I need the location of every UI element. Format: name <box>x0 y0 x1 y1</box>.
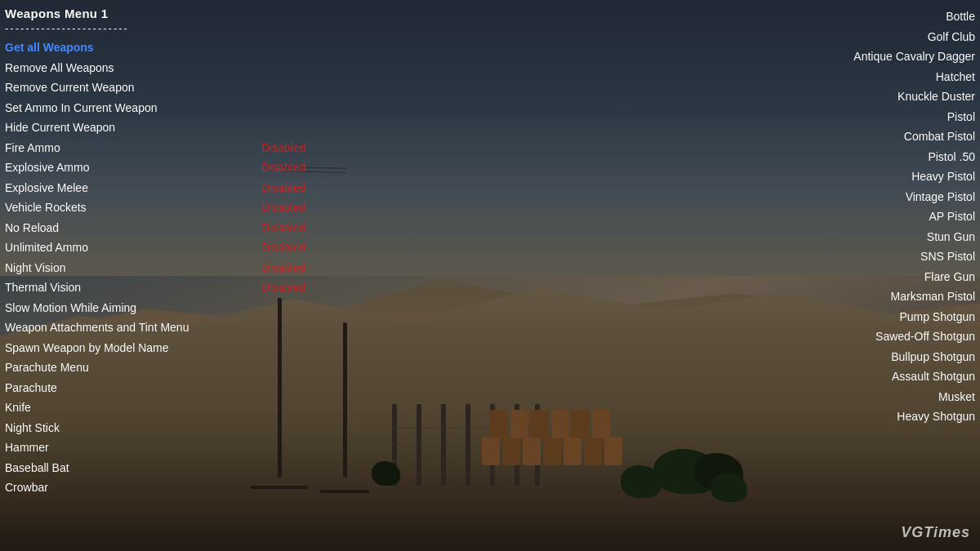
left-menu-item-19[interactable]: Night Stick <box>5 418 343 438</box>
right-menu-item-14[interactable]: Marksman Pistol <box>751 287 975 307</box>
right-menu-item-6[interactable]: Combat Pistol <box>751 127 975 147</box>
menu-item-label: SNS Pistol <box>920 247 975 267</box>
right-menu-item-4[interactable]: Knuckle Duster <box>751 87 975 107</box>
menu-item-label: Night Stick <box>5 418 60 438</box>
right-menu-item-8[interactable]: Heavy Pistol <box>751 167 975 187</box>
right-menu-item-0[interactable]: Bottle <box>751 7 975 27</box>
menu-item-label: Knife <box>5 398 31 418</box>
left-menu-item-5[interactable]: Fire AmmoDisabled <box>5 138 343 158</box>
menu-item-label: Hammer <box>5 438 49 458</box>
right-menu-item-3[interactable]: Hatchet <box>751 67 975 87</box>
menu-item-label: Set Ammo In Current Weapon <box>5 98 158 118</box>
left-menu-items: Get all WeaponsRemove All WeaponsRemove … <box>5 38 343 498</box>
left-menu-item-21[interactable]: Baseball Bat <box>5 458 343 478</box>
menu-title: Weapons Menu 1 <box>5 7 343 20</box>
menu-item-label: Bullpup Shotgun <box>891 347 975 367</box>
right-menu-item-15[interactable]: Pump Shotgun <box>751 307 975 327</box>
menu-item-label: Slow Motion While Aiming <box>5 298 136 318</box>
left-menu-item-8[interactable]: Vehicle RocketsDisabled <box>5 198 343 218</box>
menu-item-label: Golf Club <box>928 27 975 47</box>
menu-item-label: Parachute <box>5 378 57 398</box>
menu-item-label: Combat Pistol <box>904 127 975 147</box>
menu-item-status: Disabled <box>261 158 327 178</box>
right-menu-item-13[interactable]: Flare Gun <box>751 267 975 287</box>
menu-item-label: Fire Ammo <box>5 138 60 158</box>
right-menu-item-17[interactable]: Bullpup Shotgun <box>751 347 975 367</box>
left-menu-item-16[interactable]: Parachute Menu <box>5 358 343 378</box>
left-menu-item-13[interactable]: Slow Motion While Aiming <box>5 298 343 318</box>
right-menu-item-2[interactable]: Antique Cavalry Dagger <box>751 47 975 67</box>
menu-item-label: Heavy Pistol <box>911 167 975 187</box>
menu-item-label: Hide Current Weapon <box>5 118 115 138</box>
menu-item-label: Unlimited Ammo <box>5 238 88 258</box>
right-menu-item-7[interactable]: Pistol .50 <box>751 147 975 167</box>
menu-item-status: Disabled <box>261 178 327 198</box>
right-menu-item-5[interactable]: Pistol <box>751 107 975 127</box>
menu-item-label: Pistol <box>947 107 975 127</box>
menu-item-label: Sawed-Off Shotgun <box>875 327 975 347</box>
menu-item-label: No Reload <box>5 218 59 238</box>
menu-item-label: Assault Shotgun <box>892 367 975 387</box>
right-menu: BottleGolf ClubAntique Cavalry DaggerHat… <box>751 0 980 551</box>
right-menu-items: BottleGolf ClubAntique Cavalry DaggerHat… <box>751 7 975 427</box>
left-menu-item-11[interactable]: Night VisionDisabled <box>5 258 343 278</box>
right-menu-item-10[interactable]: AP Pistol <box>751 207 975 227</box>
right-menu-item-12[interactable]: SNS Pistol <box>751 247 975 267</box>
menu-item-label: Crowbar <box>5 478 48 498</box>
right-menu-item-20[interactable]: Heavy Shotgun <box>751 407 975 427</box>
left-menu-item-6[interactable]: Explosive AmmoDisabled <box>5 158 343 178</box>
menu-item-label: Night Vision <box>5 258 65 278</box>
menu-item-label: Hatchet <box>936 67 975 87</box>
left-menu-item-3[interactable]: Set Ammo In Current Weapon <box>5 98 343 118</box>
left-menu-item-9[interactable]: No ReloadDisabled <box>5 218 343 238</box>
left-menu-item-12[interactable]: Thermal VisionDisabled <box>5 278 343 298</box>
left-menu-item-7[interactable]: Explosive MeleeDisabled <box>5 178 343 198</box>
menu-item-label: Stun Gun <box>927 227 975 247</box>
menu-item-label: Explosive Melee <box>5 178 88 198</box>
menu-item-label: Pump Shotgun <box>899 307 975 327</box>
left-menu-item-14[interactable]: Weapon Attachments and Tint Menu <box>5 318 343 338</box>
menu-item-status: Disabled <box>261 198 327 218</box>
menu-item-label: Musket <box>938 387 975 407</box>
menu-item-label: Baseball Bat <box>5 458 69 478</box>
menu-item-label: Vehicle Rockets <box>5 198 87 218</box>
menu-item-status: Disabled <box>261 218 327 238</box>
menu-item-label: Bottle <box>946 7 975 27</box>
left-menu-item-22[interactable]: Crowbar <box>5 478 343 498</box>
menu-item-label: Explosive Ammo <box>5 158 89 178</box>
left-menu-item-1[interactable]: Remove All Weapons <box>5 58 343 78</box>
menu-item-label: Antique Cavalry Dagger <box>853 47 975 67</box>
menu-item-label: Flare Gun <box>924 267 975 287</box>
menu-item-label: Weapon Attachments and Tint Menu <box>5 318 189 338</box>
left-menu-item-18[interactable]: Knife <box>5 398 343 418</box>
left-menu-item-10[interactable]: Unlimited AmmoDisabled <box>5 238 343 258</box>
menu-item-label: Thermal Vision <box>5 278 81 298</box>
vgtimes-watermark: VGTimes <box>901 524 970 541</box>
menu-item-label: Remove All Weapons <box>5 58 114 78</box>
right-menu-item-1[interactable]: Golf Club <box>751 27 975 47</box>
menu-item-label: Pistol .50 <box>928 147 975 167</box>
right-menu-item-18[interactable]: Assault Shotgun <box>751 367 975 387</box>
left-menu: Weapons Menu 1 ------------------------ … <box>0 0 343 551</box>
menu-item-status: Disabled <box>261 238 327 258</box>
right-menu-item-19[interactable]: Musket <box>751 387 975 407</box>
right-menu-item-11[interactable]: Stun Gun <box>751 227 975 247</box>
menu-item-label: Remove Current Weapon <box>5 78 134 98</box>
left-menu-item-4[interactable]: Hide Current Weapon <box>5 118 343 138</box>
left-menu-item-15[interactable]: Spawn Weapon by Model Name <box>5 338 343 358</box>
menu-item-status: Disabled <box>261 278 327 298</box>
menu-item-label: Get all Weapons <box>5 38 94 58</box>
menu-item-label: Marksman Pistol <box>891 287 975 307</box>
menu-separator: ------------------------ <box>5 22 343 34</box>
left-menu-item-17[interactable]: Parachute <box>5 378 343 398</box>
menu-item-status: Disabled <box>261 258 327 278</box>
left-menu-item-2[interactable]: Remove Current Weapon <box>5 78 343 98</box>
menu-item-label: AP Pistol <box>929 207 975 227</box>
left-menu-item-0[interactable]: Get all Weapons <box>5 38 343 58</box>
menu-item-label: Vintage Pistol <box>906 187 975 207</box>
menu-item-label: Parachute Menu <box>5 358 89 378</box>
left-menu-item-20[interactable]: Hammer <box>5 438 343 458</box>
right-menu-item-9[interactable]: Vintage Pistol <box>751 187 975 207</box>
menu-item-status: Disabled <box>261 138 327 158</box>
right-menu-item-16[interactable]: Sawed-Off Shotgun <box>751 327 975 347</box>
